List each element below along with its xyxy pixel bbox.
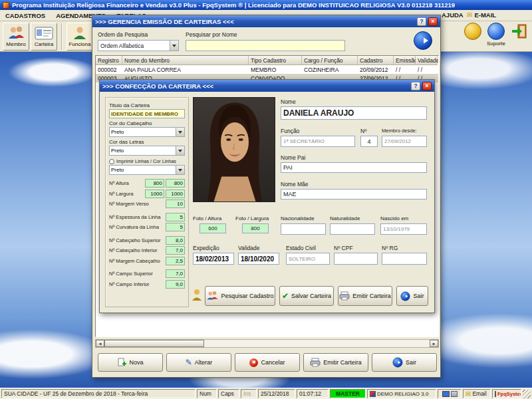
- param-input[interactable]: 1000: [166, 190, 185, 198]
- nome-pai-label: Nome Pai: [281, 154, 305, 161]
- titulo-input[interactable]: IDENTIDADE DE MEMBRO: [109, 109, 185, 118]
- cor-letras-select[interactable]: Preto: [109, 146, 185, 156]
- validade-input[interactable]: 18/10/2020: [238, 253, 279, 265]
- pesquisar-cadastro-button[interactable]: Pesquisar Cadastro: [205, 286, 275, 306]
- nascido-em-input[interactable]: 13/10/1979: [380, 223, 427, 235]
- param-input[interactable]: 2,5: [166, 257, 185, 265]
- search-go-button[interactable]: [413, 31, 433, 51]
- param-input[interactable]: 7,0: [166, 246, 185, 255]
- numero-label: Nº: [360, 128, 366, 134]
- param-input[interactable]: 1000: [145, 190, 164, 198]
- param-row: Nº Largura 1000 1000: [109, 189, 185, 198]
- menu-cadastros[interactable]: CADASTROS: [5, 12, 45, 19]
- cor-cabecalho-select[interactable]: Preto: [109, 127, 185, 137]
- help-button[interactable]: ?: [417, 17, 426, 26]
- search-label: Pesquisar por Nome: [186, 31, 237, 38]
- titulo-label: Titulo da Carteira: [109, 102, 185, 108]
- order-select[interactable]: Ordem Alfabetica: [98, 40, 179, 51]
- param-input[interactable]: 5: [166, 223, 185, 231]
- exit-icon[interactable]: [511, 23, 528, 40]
- toolbar-funcionario-button[interactable]: Funciona: [66, 23, 93, 51]
- naturalidade-input[interactable]: [330, 223, 375, 235]
- status-email[interactable]: ✉ Email: [463, 389, 491, 398]
- param-input[interactable]: 7,0: [166, 269, 185, 278]
- gerencia-titlebar[interactable]: >>> GERENCIA EMISSÃO DE CARTEIRAS <<< ? …: [92, 15, 440, 27]
- param-row: Nº Margem Verso 10: [109, 200, 185, 209]
- emitir-carteira-button[interactable]: Emitir Carteira: [338, 286, 392, 306]
- status-insert: Ins: [241, 389, 257, 398]
- member-photo: [193, 97, 275, 202]
- nome-pai-input[interactable]: PAI: [281, 162, 427, 173]
- param-row: Nº Campo Inferior 9,0: [109, 279, 185, 289]
- toolbar-carteira-button[interactable]: Carteira: [31, 23, 57, 51]
- chevron-down-icon: [176, 146, 184, 155]
- nome-label: Nome: [281, 98, 296, 105]
- param-input[interactable]: 9,0: [166, 280, 185, 289]
- status-capslock: Caps: [218, 389, 239, 398]
- coin-icon[interactable]: [464, 23, 481, 40]
- nacionalidade-input[interactable]: [281, 223, 326, 235]
- radio-button[interactable]: [109, 159, 114, 164]
- validade-label: Validade: [238, 245, 259, 251]
- sair-button[interactable]: Sair: [372, 353, 437, 372]
- confeccao-titlebar[interactable]: >>> CONFECÇÃO DA CARTEIRA <<< ? ×: [100, 80, 434, 92]
- status-time: 01:07:12: [297, 389, 329, 398]
- resize-grip[interactable]: [523, 390, 531, 398]
- nova-button[interactable]: Nova: [98, 353, 163, 372]
- window-title: Programa Instituição Religiosa Financeir…: [12, 1, 455, 9]
- funcao-label: Função: [281, 128, 299, 134]
- check-icon: ✔: [282, 291, 289, 301]
- mail-icon: ✉: [467, 11, 472, 19]
- salvar-carteira-button[interactable]: ✔ Salvar Carteira: [279, 286, 334, 306]
- nome-mae-input[interactable]: MAE: [281, 189, 427, 200]
- alterar-button[interactable]: ✎ Alterar: [166, 353, 231, 372]
- cpf-input[interactable]: [334, 253, 378, 265]
- close-button[interactable]: ×: [428, 17, 438, 26]
- param-input[interactable]: 800: [166, 179, 185, 188]
- param-row: Nº Cabeçalho Superior 8,0: [109, 235, 185, 245]
- estado-civil-input[interactable]: SOLTEIRO: [286, 253, 330, 265]
- cor-linhas-select[interactable]: Preto: [109, 165, 185, 175]
- scroll-left-button[interactable]: ◄: [96, 340, 104, 347]
- cor-letras-label: Cor das Letras: [109, 139, 185, 145]
- menu-ajuda[interactable]: AJUDA: [442, 11, 464, 19]
- status-device-panel[interactable]: [438, 389, 462, 398]
- close-button[interactable]: ×: [422, 82, 432, 90]
- rg-input[interactable]: [382, 253, 427, 265]
- table-row[interactable]: 000002 ANA PAULA CORREA MEMBRO COZINHEIR…: [96, 65, 438, 74]
- param-input[interactable]: 10: [166, 200, 185, 208]
- cancel-icon: ✖: [249, 358, 258, 367]
- param-input[interactable]: 800: [145, 179, 164, 188]
- foto-largura-input[interactable]: 800: [242, 223, 269, 233]
- param-row: Nº Curvatura da Linha 5: [109, 223, 185, 232]
- nome-input[interactable]: DANIELA ARAUJO: [281, 106, 427, 120]
- id-card-icon: [35, 26, 53, 41]
- toolbar-separator: [61, 23, 63, 50]
- app-icon: [3, 2, 9, 9]
- horizontal-scrollbar[interactable]: ◄ ►: [95, 339, 439, 348]
- chevron-down-icon: [170, 41, 178, 51]
- funcao-input[interactable]: 1ª SECRETÁRIO: [281, 136, 355, 147]
- foto-altura-input[interactable]: 600: [200, 223, 226, 233]
- cancelar-button[interactable]: ✖ Cancelar: [235, 353, 300, 372]
- help-button[interactable]: ?: [411, 82, 420, 90]
- param-input[interactable]: 8,0: [166, 236, 185, 245]
- foto-altura-label: Foto / Altura: [193, 215, 221, 221]
- scroll-right-button[interactable]: ►: [430, 340, 438, 347]
- numero-input[interactable]: 4: [360, 136, 378, 147]
- toolbar-membro-button[interactable]: Membro: [3, 23, 29, 51]
- emitir-carteira-button[interactable]: Emitir Carteira: [303, 353, 368, 372]
- membro-desde-input[interactable]: 27/09/2012: [382, 136, 427, 147]
- menu-email[interactable]: ✉ E-MAIL: [467, 11, 496, 19]
- param-input[interactable]: 5: [166, 213, 185, 221]
- scroll-thumb[interactable]: [104, 340, 204, 347]
- sair-button[interactable]: Sair: [396, 286, 428, 306]
- toolbar-suporte-button[interactable]: Suporte: [487, 23, 505, 47]
- gerencia-dialog: >>> GERENCIA EMISSÃO DE CARTEIRAS <<< ? …: [92, 15, 441, 378]
- toolbar-right-group: Suporte: [464, 23, 528, 47]
- expedicao-input[interactable]: 18/02/2013: [193, 253, 234, 265]
- brand-icon: [495, 391, 496, 397]
- card-settings-panel: Titulo da Carteira IDENTIDADE DE MEMBRO …: [105, 97, 189, 307]
- search-input[interactable]: [186, 40, 345, 51]
- edit-icon: ✎: [186, 358, 192, 366]
